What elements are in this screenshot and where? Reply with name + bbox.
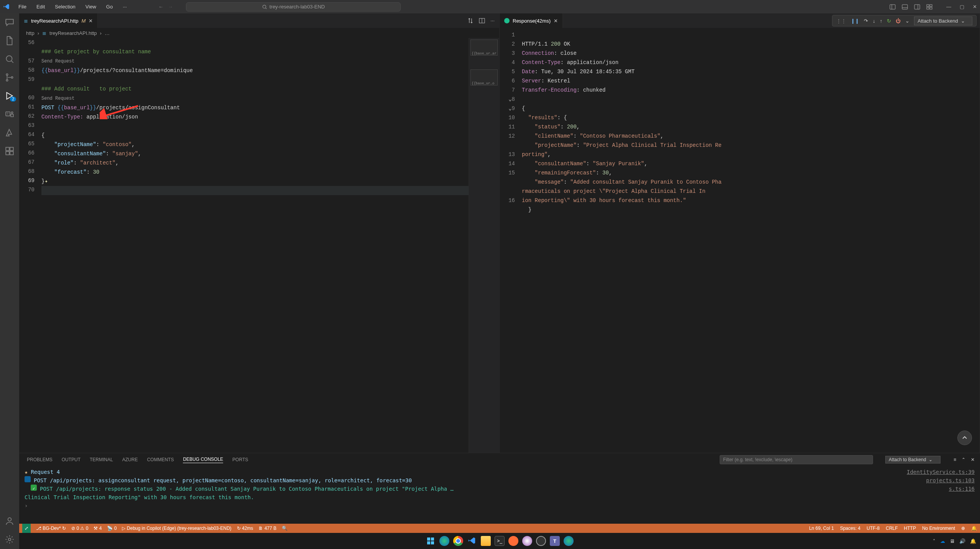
status-bell-icon[interactable]: 🔔 <box>971 526 977 531</box>
panel-close-icon[interactable]: ✕ <box>971 457 975 462</box>
drag-handle-icon[interactable]: ⋮⋮ <box>836 18 846 24</box>
status-zoom-icon[interactable]: 🔍 <box>282 526 288 531</box>
tab-http-file[interactable]: ≣ treyResearchAPI.http M ✕ <box>19 13 98 28</box>
activity-search-icon[interactable] <box>5 54 15 64</box>
debug-step-over-icon[interactable]: ↷ <box>864 18 868 24</box>
panel-tab-azure[interactable]: AZURE <box>122 457 138 462</box>
activity-source-control-icon[interactable] <box>5 72 15 82</box>
window-close-icon[interactable]: ✕ <box>973 4 977 10</box>
panel-debug-select[interactable]: Attach to Backend ⌄ <box>885 456 941 464</box>
remote-indicator[interactable]: ⤢ <box>22 524 31 533</box>
taskbar-vscode-icon[interactable] <box>467 536 477 546</box>
activity-explorer-icon[interactable] <box>5 36 15 46</box>
code-content[interactable]: ### Get project by consultant name Send … <box>41 38 469 453</box>
fold-icon[interactable]: ⌄ <box>507 104 512 113</box>
taskbar-teams-icon[interactable]: T <box>550 536 560 546</box>
activity-azure-icon[interactable] <box>5 128 15 138</box>
layout-sidebar-left-icon[interactable] <box>890 4 896 10</box>
taskbar-edge2-icon[interactable] <box>564 536 574 546</box>
command-center[interactable]: trey-research-lab03-END <box>186 2 401 12</box>
status-copilot-icon[interactable]: ⊕ <box>961 526 965 531</box>
tray-chevron-up-icon[interactable]: ˄ <box>933 538 936 544</box>
chevron-down-icon[interactable]: ⌄ <box>905 18 909 24</box>
taskbar-explorer-icon[interactable] <box>481 536 491 546</box>
activity-chat-icon[interactable] <box>5 17 15 27</box>
menu-view[interactable]: View <box>84 2 98 11</box>
left-code-editor[interactable]: 56 57 58 59 60 61 62 63 64 65 66 67 68 6… <box>19 38 499 453</box>
status-problems[interactable]: ⊘ 0 ⚠ 0 <box>71 526 88 531</box>
status-size[interactable]: 🗎 477 B <box>258 526 276 531</box>
status-ports-forward[interactable]: ⚒ 4 <box>94 526 102 531</box>
activity-settings-icon[interactable] <box>5 534 15 544</box>
status-branch[interactable]: ⎇ BG-Dev* ↻ <box>36 526 66 531</box>
source-link[interactable]: projects.ts:103 <box>926 476 975 485</box>
menu-file[interactable]: File <box>17 2 28 11</box>
codelens-send-request-2[interactable]: Send Request <box>41 96 74 101</box>
debug-toolbar[interactable]: ⋮⋮ ❙❙ ↷ ↓ ↑ ↻ ⏻ ⌄ Attach to Backend ⌄ <box>832 15 977 26</box>
fold-icon[interactable]: ⌄ <box>507 95 512 104</box>
copilot-sparkle-icon[interactable]: ✦ <box>44 178 48 184</box>
status-language[interactable]: HTTP <box>904 526 916 531</box>
tray-onedrive-icon[interactable]: ☁ <box>940 538 945 544</box>
debug-pause-icon[interactable]: ❙❙ <box>851 18 859 24</box>
taskbar-chrome-icon[interactable] <box>453 536 463 546</box>
menu-selection[interactable]: Selection <box>53 2 77 11</box>
status-cursor[interactable]: Ln 69, Col 1 <box>809 526 834 531</box>
debug-config-select[interactable]: Attach to Backend ⌄ <box>914 16 972 25</box>
breadcrumb-root[interactable]: http <box>26 30 35 36</box>
status-environment[interactable]: No Environment <box>922 526 955 531</box>
menu-edit[interactable]: Edit <box>35 2 46 11</box>
taskbar-app-icon[interactable] <box>536 536 546 546</box>
source-link[interactable]: s.ts:116 <box>949 485 975 493</box>
status-timing[interactable]: ↻ 42ms <box>237 526 253 531</box>
system-tray[interactable]: ˄ ☁ 🖥 🔊 🔔 <box>933 538 976 544</box>
layout-sidebar-right-icon[interactable] <box>914 4 920 10</box>
debug-disconnect-icon[interactable]: ⏻ <box>896 18 901 24</box>
layout-customize-icon[interactable] <box>926 4 932 10</box>
breadcrumbs[interactable]: http › ≣ treyResearchAPI.http › … <box>19 28 499 38</box>
source-link[interactable]: IdentityService.ts:39 <box>907 468 975 476</box>
split-editor-icon[interactable] <box>479 18 485 24</box>
taskbar-terminal-icon[interactable]: >_ <box>495 536 505 546</box>
tab-close-icon[interactable]: ✕ <box>89 18 93 24</box>
scroll-to-top-button[interactable] <box>957 431 972 445</box>
activity-extensions-icon[interactable] <box>5 146 15 156</box>
code-content[interactable]: HTTP/1.1 200 OK Connection: close Conten… <box>522 30 980 453</box>
compare-changes-icon[interactable] <box>467 18 474 24</box>
debug-console-body[interactable]: ★ Request 4 IdentityService.ts:39 POST /… <box>19 466 980 524</box>
layout-panel-icon[interactable] <box>902 4 908 10</box>
debug-restart-icon[interactable]: ↻ <box>887 18 891 24</box>
tray-notifications-icon[interactable]: 🔔 <box>970 538 976 544</box>
panel-tab-output[interactable]: OUTPUT <box>62 457 81 462</box>
taskbar-copilot-icon[interactable] <box>522 536 532 546</box>
panel-filter-input[interactable]: Filter (e.g. text, !exclude, \escape) <box>720 455 873 464</box>
status-indent[interactable]: Spaces: 4 <box>840 526 860 531</box>
panel-tab-terminal[interactable]: TERMINAL <box>90 457 113 462</box>
menu-more-icon[interactable]: ··· <box>121 2 128 11</box>
breadcrumb-file[interactable]: treyResearchAPI.http <box>49 30 97 36</box>
taskbar-start-icon[interactable] <box>426 536 436 546</box>
right-code-editor[interactable]: 1 2 3 4 5 6 7 ⌄8 ⌄9 10 11 12 13 14 15 16… <box>500 28 980 453</box>
console-prompt[interactable]: › <box>25 501 28 510</box>
nav-forward-icon[interactable]: → <box>168 4 173 10</box>
panel-tab-problems[interactable]: PROBLEMS <box>27 457 53 462</box>
tray-network-icon[interactable]: 🖥 <box>950 538 955 544</box>
window-restore-icon[interactable]: ▢ <box>960 4 964 10</box>
status-debug-launch[interactable]: ▷ Debug in Copilot (Edge) (trey-research… <box>122 526 231 531</box>
tray-volume-icon[interactable]: 🔊 <box>959 538 965 544</box>
tab-close-icon[interactable]: ✕ <box>554 18 558 24</box>
activity-accounts-icon[interactable] <box>5 516 15 526</box>
status-encoding[interactable]: UTF-8 <box>867 526 880 531</box>
window-minimize-icon[interactable]: — <box>946 4 951 10</box>
status-eol[interactable]: CRLF <box>886 526 898 531</box>
activity-run-debug-icon[interactable]: 2 <box>5 91 15 101</box>
panel-tab-ports[interactable]: PORTS <box>232 457 248 462</box>
breadcrumb-rest[interactable]: … <box>105 30 110 36</box>
menu-go[interactable]: Go <box>105 2 114 11</box>
tab-more-icon[interactable]: ··· <box>490 18 495 24</box>
taskbar-edge-icon[interactable] <box>439 536 449 546</box>
panel-collapse-icon[interactable]: ⌃ <box>962 457 965 462</box>
codelens-send-request[interactable]: Send Request <box>41 59 74 64</box>
nav-back-icon[interactable]: ← <box>158 4 163 10</box>
status-radio[interactable]: 📡 0 <box>107 526 117 531</box>
